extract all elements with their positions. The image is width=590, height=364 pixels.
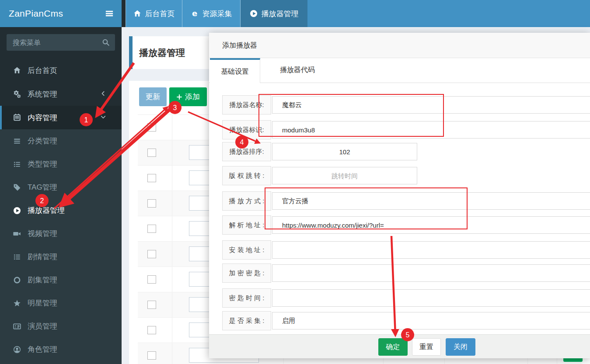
app-root: ZanPianCms 后台首页e资源采集播放器管理 后台首页系统管理内容管理 分… — [0, 0, 590, 364]
dialog-tab-1[interactable]: 基础设置 — [210, 58, 260, 83]
row-checkbox[interactable] — [147, 149, 156, 157]
page-title: 播放器管理 — [139, 36, 185, 69]
play-circle-icon — [250, 10, 258, 17]
row-checkbox[interactable] — [147, 351, 156, 360]
field-input-8[interactable] — [272, 264, 590, 282]
sidebar-subitem-label: 分类管理 — [28, 136, 57, 146]
dialog-title: 添加播放器 — [222, 33, 257, 58]
add-player-dialog: 添加播放器 基础设置播放器代码 播放器名称:播放器标识:播放器排序:版 权 跳 … — [209, 33, 590, 358]
form-row-6: 解 析 地 址 : — [209, 215, 590, 235]
title-accent-bar — [129, 36, 133, 69]
row-checkbox[interactable] — [147, 250, 156, 258]
field-label: 播放器名称: — [222, 95, 271, 114]
confirm-button[interactable]: 确定 — [378, 338, 408, 356]
field-input-4[interactable] — [272, 167, 417, 184]
column-divider — [172, 242, 172, 267]
column-divider — [172, 191, 172, 216]
field-input-5[interactable] — [272, 192, 590, 210]
column-divider — [172, 292, 172, 317]
dialog-titlebar[interactable]: 添加播放器 — [209, 33, 590, 58]
plus-icon — [176, 94, 182, 100]
sidebar-item-label: 内容管理 — [28, 113, 57, 123]
video-icon — [12, 230, 22, 238]
nav-tab-2[interactable]: e资源采集 — [182, 0, 241, 27]
chevron-left-icon — [100, 90, 106, 97]
sidebar-subitem-label: 剧集管理 — [28, 275, 57, 285]
dialog-footer: 确定 重置 关闭 — [209, 334, 590, 358]
book-icon — [12, 114, 22, 121]
search-icon[interactable] — [102, 38, 110, 46]
add-button[interactable]: 添加 — [169, 87, 207, 106]
field-label: 安 装 地 址 : — [222, 240, 271, 260]
gears-icon — [12, 90, 22, 98]
sidebar-subitem-剧情管理[interactable]: 剧情管理 — [0, 245, 122, 268]
sidebar-subitem-明星管理[interactable]: 明星管理 — [0, 291, 122, 315]
close-button[interactable]: 关闭 — [446, 338, 475, 356]
row-checkbox[interactable] — [147, 225, 156, 233]
sidebar-subitem-角色管理[interactable]: 角色管理 — [0, 338, 122, 361]
bars-icon — [12, 137, 22, 145]
add-button-label: 添加 — [185, 92, 200, 102]
sidebar-subitem-剧集管理[interactable]: 剧集管理 — [0, 268, 122, 291]
sidebar-subitem-分类管理[interactable]: 分类管理 — [0, 129, 122, 153]
dialog-tabbar: 基础设置播放器代码 — [209, 58, 590, 83]
row-checkbox[interactable] — [147, 326, 156, 334]
field-input-1[interactable] — [272, 96, 590, 114]
form-row-7: 安 装 地 址 : — [209, 240, 590, 260]
form-row-3: 播放器排序: — [209, 142, 590, 161]
field-input-10[interactable] — [272, 312, 590, 329]
column-divider — [172, 115, 172, 140]
field-label: 播 放 方 式 : — [222, 191, 271, 211]
field-label: 播放器标识: — [222, 120, 271, 139]
column-divider — [172, 343, 172, 364]
row-checkbox[interactable] — [147, 174, 156, 182]
field-input-9[interactable] — [272, 289, 590, 307]
row-checkbox[interactable] — [147, 275, 156, 284]
form-row-1: 播放器名称: — [209, 95, 590, 114]
sidebar-subitem-播放器管理[interactable]: 播放器管理 — [0, 199, 122, 222]
sidebar-subitem-TAG管理[interactable]: TAG管理 — [0, 176, 122, 199]
chevron-down-icon — [100, 114, 106, 120]
form-row-9: 密 匙 时 间 : — [209, 288, 590, 308]
row-checkbox[interactable] — [147, 199, 156, 208]
field-label: 解 析 地 址 : — [222, 215, 271, 235]
field-input-2[interactable] — [272, 121, 590, 139]
circle-icon — [12, 276, 22, 284]
list-icon — [12, 253, 22, 261]
home-icon — [12, 66, 22, 74]
nav-tab-1[interactable]: 后台首页 — [126, 0, 182, 27]
field-label: 播放器排序: — [222, 142, 271, 161]
field-label: 加 密 密 匙 : — [222, 263, 271, 283]
column-divider — [172, 267, 172, 292]
sidebar-subitem-演员管理[interactable]: 演员管理 — [0, 315, 122, 338]
sidebar-subitem-label: 剧情管理 — [28, 252, 57, 262]
field-input-6[interactable] — [272, 216, 590, 234]
play-circle-icon — [12, 207, 22, 215]
menu-search-input[interactable] — [12, 34, 99, 52]
id-card-icon — [12, 322, 22, 330]
row-checkbox[interactable] — [147, 301, 156, 309]
dialog-tab-2[interactable]: 播放器代码 — [260, 58, 335, 83]
sidebar-subitem-label: 演员管理 — [28, 321, 57, 331]
nav-tab-label: 播放器管理 — [262, 9, 299, 19]
nav-tab-3[interactable]: 播放器管理 — [241, 0, 307, 27]
sidebar-item-2[interactable]: 系统管理 — [0, 82, 122, 106]
brand-logo[interactable]: ZanPianCms — [9, 0, 63, 27]
sidebar-subitem-label: 类型管理 — [28, 159, 57, 169]
sidebar-submenu: 分类管理类型管理TAG管理播放器管理视频管理剧情管理剧集管理明星管理演员管理角色… — [0, 129, 122, 364]
sidebar-item-3[interactable]: 内容管理 — [0, 106, 122, 129]
sidebar-subitem-类型管理[interactable]: 类型管理 — [0, 153, 122, 176]
sidebar-toggle-icon[interactable] — [104, 9, 115, 18]
nav-tab-label: 资源采集 — [202, 9, 232, 19]
star-icon — [12, 299, 22, 307]
update-button[interactable]: 更新 — [139, 87, 167, 106]
sidebar-item-1[interactable]: 后台首页 — [0, 59, 122, 82]
row-checkbox[interactable] — [147, 123, 156, 132]
navbar-divider — [122, 0, 126, 27]
dialog-tab-label: 基础设置 — [221, 68, 249, 75]
form-row-10: 是 否 采 集 : — [209, 311, 590, 330]
field-input-7[interactable] — [272, 241, 590, 259]
sidebar-subitem-视频管理[interactable]: 视频管理 — [0, 222, 122, 245]
field-input-3[interactable] — [272, 143, 417, 160]
reset-button[interactable]: 重置 — [412, 338, 441, 356]
